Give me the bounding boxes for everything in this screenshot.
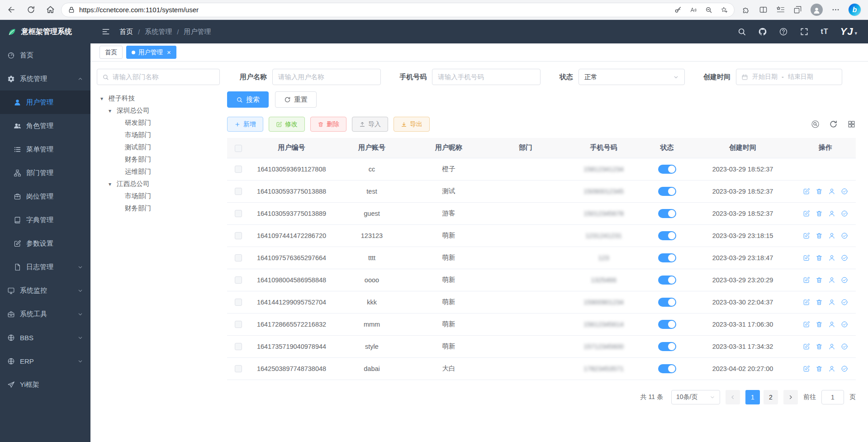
assign-role-icon[interactable] bbox=[841, 276, 848, 284]
tree-node[interactable]: 财务部门 bbox=[97, 202, 220, 214]
user-avatar[interactable]: YJ bbox=[840, 26, 854, 38]
breadcrumb-item[interactable]: 首页 bbox=[119, 28, 133, 36]
page-size-select[interactable]: 10条/页 bbox=[671, 390, 720, 404]
split-screen-icon[interactable] bbox=[759, 5, 768, 14]
reset-password-icon[interactable] bbox=[828, 188, 835, 195]
delete-row-icon[interactable] bbox=[816, 188, 823, 195]
edit-row-icon[interactable] bbox=[803, 365, 810, 372]
row-checkbox[interactable] bbox=[235, 276, 242, 284]
next-page-button[interactable] bbox=[783, 390, 798, 404]
page-number-1[interactable]: 1 bbox=[745, 390, 760, 404]
tree-node[interactable]: ▾ 深圳总公司 bbox=[97, 105, 220, 117]
row-checkbox[interactable] bbox=[235, 232, 242, 239]
delete-row-icon[interactable] bbox=[816, 321, 823, 328]
prev-page-button[interactable] bbox=[726, 390, 740, 404]
delete-row-icon[interactable] bbox=[816, 365, 823, 372]
delete-button[interactable]: 删除 bbox=[310, 117, 346, 132]
edit-row-icon[interactable] bbox=[803, 299, 810, 306]
user-menu[interactable]: YJ ▾ bbox=[840, 26, 857, 38]
dept-search-input[interactable] bbox=[113, 73, 214, 81]
reset-password-icon[interactable] bbox=[828, 365, 835, 372]
sidebar-item-dictionary-management[interactable]: 字典管理 bbox=[0, 208, 90, 232]
row-checkbox[interactable] bbox=[235, 321, 242, 328]
username-input[interactable] bbox=[272, 69, 381, 85]
sidebar-item-user-management[interactable]: 用户管理 bbox=[0, 90, 90, 114]
assign-role-icon[interactable] bbox=[841, 210, 848, 217]
sidebar-item-log-management[interactable]: 日志管理 bbox=[0, 255, 90, 279]
breadcrumb-item[interactable]: 系统管理 bbox=[145, 28, 172, 36]
column-settings-icon[interactable] bbox=[847, 120, 856, 128]
edit-row-icon[interactable] bbox=[803, 188, 810, 195]
date-range-picker[interactable]: 开始日期 - 结束日期 bbox=[736, 69, 842, 85]
status-toggle[interactable] bbox=[658, 165, 676, 174]
favorites-bar-icon[interactable] bbox=[776, 5, 785, 14]
goto-page-input[interactable] bbox=[821, 390, 844, 404]
tree-node[interactable]: 研发部门 bbox=[97, 117, 220, 129]
assign-role-icon[interactable] bbox=[841, 254, 848, 261]
sidebar-item-home[interactable]: 首页 bbox=[0, 43, 90, 67]
address-bar[interactable]: https://ccnetcore.com:1101/system/user bbox=[61, 3, 735, 17]
status-select[interactable]: 正常 bbox=[579, 69, 685, 85]
status-toggle[interactable] bbox=[658, 364, 676, 373]
delete-row-icon[interactable] bbox=[816, 343, 823, 350]
row-checkbox[interactable] bbox=[235, 254, 242, 261]
extensions-icon[interactable] bbox=[742, 5, 750, 14]
collections-icon[interactable] bbox=[793, 5, 802, 14]
sidebar-item-bbs[interactable]: BBS bbox=[0, 326, 90, 349]
browser-refresh-button[interactable] bbox=[27, 5, 35, 14]
sidebar-item-post-management[interactable]: 岗位管理 bbox=[0, 185, 90, 208]
reset-password-icon[interactable] bbox=[828, 276, 835, 284]
fullscreen-icon[interactable] bbox=[800, 27, 809, 36]
browser-profile-avatar[interactable] bbox=[811, 4, 823, 16]
edit-row-icon[interactable] bbox=[803, 210, 810, 217]
edit-row-icon[interactable] bbox=[803, 343, 810, 350]
tab-用户管理[interactable]: 用户管理 × bbox=[126, 46, 176, 59]
assign-role-icon[interactable] bbox=[841, 365, 848, 372]
select-all-checkbox[interactable] bbox=[235, 145, 242, 152]
browser-back-button[interactable] bbox=[7, 5, 16, 14]
favorite-star-icon[interactable] bbox=[721, 6, 728, 14]
status-toggle[interactable] bbox=[658, 320, 676, 329]
url-text[interactable]: https://ccnetcore.com:1101/system/user bbox=[79, 6, 670, 14]
search-button[interactable]: 搜索 bbox=[227, 91, 269, 108]
edit-row-icon[interactable] bbox=[803, 254, 810, 261]
sidebar-item-menu-management[interactable]: 菜单管理 bbox=[0, 138, 90, 161]
delete-row-icon[interactable] bbox=[816, 299, 823, 306]
row-checkbox[interactable] bbox=[235, 188, 242, 195]
phone-input[interactable] bbox=[432, 69, 541, 85]
date-start-placeholder[interactable]: 开始日期 bbox=[752, 73, 778, 81]
tab-首页[interactable]: 首页 bbox=[100, 46, 123, 59]
reset-password-icon[interactable] bbox=[828, 299, 835, 306]
sidebar-item-system-monitor[interactable]: 系统监控 bbox=[0, 279, 90, 302]
browser-home-button[interactable] bbox=[46, 5, 55, 14]
github-icon[interactable] bbox=[758, 27, 767, 36]
row-checkbox[interactable] bbox=[235, 365, 242, 372]
delete-row-icon[interactable] bbox=[816, 232, 823, 239]
reset-password-icon[interactable] bbox=[828, 232, 835, 239]
sidebar-item-parameter-settings[interactable]: 参数设置 bbox=[0, 232, 90, 255]
sidebar-item-erp[interactable]: ERP bbox=[0, 349, 90, 373]
reset-password-icon[interactable] bbox=[828, 210, 835, 217]
assign-role-icon[interactable] bbox=[841, 188, 848, 195]
tree-node[interactable]: ▾ 江西总公司 bbox=[97, 178, 220, 190]
status-toggle[interactable] bbox=[658, 342, 676, 351]
delete-row-icon[interactable] bbox=[816, 210, 823, 217]
zoom-out-icon[interactable] bbox=[705, 6, 712, 14]
edit-row-icon[interactable] bbox=[803, 321, 810, 328]
refresh-table-icon[interactable] bbox=[829, 120, 838, 128]
read-aloud-icon[interactable] bbox=[690, 6, 697, 14]
sidebar-item-yi-framework[interactable]: Yi框架 bbox=[0, 373, 90, 396]
assign-role-icon[interactable] bbox=[841, 232, 848, 239]
status-toggle[interactable] bbox=[658, 231, 676, 240]
tree-node[interactable]: 市场部门 bbox=[97, 190, 220, 202]
password-key-icon[interactable] bbox=[674, 6, 682, 14]
close-icon[interactable]: × bbox=[167, 48, 171, 56]
row-checkbox[interactable] bbox=[235, 299, 242, 306]
copilot-icon[interactable]: b bbox=[849, 4, 861, 16]
sidebar-item-system-management[interactable]: 系统管理 bbox=[0, 67, 90, 90]
tree-node[interactable]: 测试部门 bbox=[97, 141, 220, 153]
header-search-icon[interactable] bbox=[737, 27, 746, 36]
status-toggle[interactable] bbox=[658, 298, 676, 307]
status-toggle[interactable] bbox=[658, 209, 676, 218]
row-checkbox[interactable] bbox=[235, 166, 242, 173]
